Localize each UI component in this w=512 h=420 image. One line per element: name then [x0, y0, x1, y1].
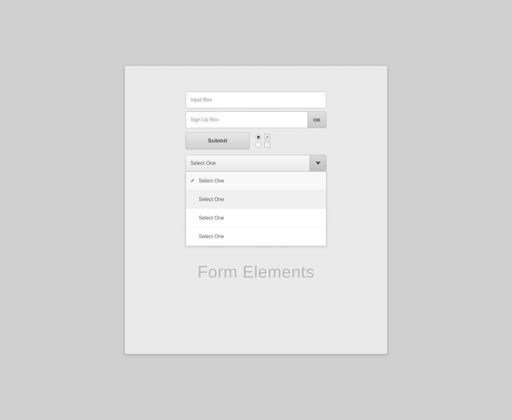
footer-label: Form Elements: [197, 262, 315, 281]
checkbox-checked[interactable]: [264, 134, 270, 140]
dropdown-container: Select One ✓ Select One Select One Selec…: [186, 155, 326, 246]
dropdown-item-label-1: Select One: [199, 178, 224, 184]
dropdown-item-label-2: Select One: [199, 197, 224, 202]
checkbox-1[interactable]: [264, 134, 270, 140]
submit-row: Submit: [186, 133, 326, 149]
dropdown-arrow-button[interactable]: [309, 155, 326, 171]
radio-button-unselected[interactable]: [255, 142, 261, 148]
dropdown-menu: ✓ Select One Select One Select One Selec…: [186, 172, 326, 246]
signup-row: OK: [186, 111, 326, 128]
form-container: OK Submit: [186, 92, 326, 246]
controls-grid: [255, 134, 270, 148]
dropdown-item-1[interactable]: ✓ Select One: [186, 172, 326, 190]
main-card: OK Submit: [125, 66, 387, 354]
dropdown-selected-label: Select One: [190, 160, 216, 166]
radio-button-selected[interactable]: [255, 134, 261, 140]
signup-input[interactable]: [186, 112, 308, 128]
dropdown-header[interactable]: Select One: [186, 155, 326, 172]
dropdown-item-3[interactable]: Select One: [186, 209, 326, 227]
dropdown-item-label-4: Select One: [199, 234, 224, 239]
checkbox-2[interactable]: [264, 142, 270, 148]
submit-button[interactable]: Submit: [186, 133, 250, 149]
radio-2[interactable]: [255, 142, 261, 148]
check-mark-icon: ✓: [190, 178, 195, 184]
dropdown-item-label-3: Select One: [199, 215, 224, 221]
radio-1[interactable]: [255, 134, 261, 140]
dropdown-item-2[interactable]: Select One: [186, 190, 326, 209]
input-box[interactable]: [186, 92, 326, 108]
ok-button[interactable]: OK: [308, 112, 326, 128]
checkbox-unchecked[interactable]: [264, 142, 270, 148]
dropdown-item-4[interactable]: Select One: [186, 227, 326, 246]
dropdown-arrow-icon: [316, 162, 321, 165]
